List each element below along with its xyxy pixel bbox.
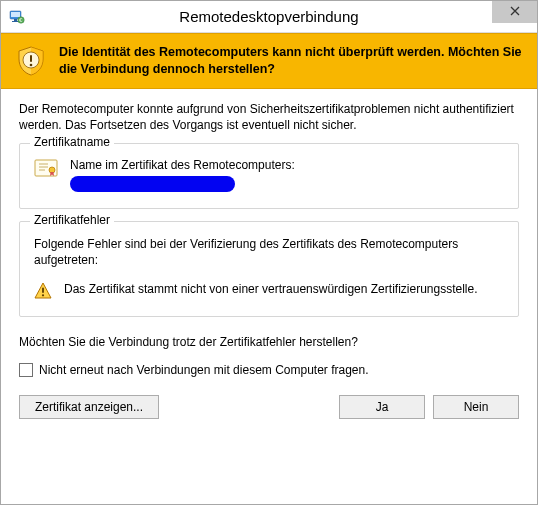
- no-label: Nein: [464, 400, 489, 414]
- connect-question: Möchten Sie die Verbindung trotz der Zer…: [19, 335, 519, 349]
- yes-button[interactable]: Ja: [339, 395, 425, 419]
- certificate-error-text: Das Zertifikat stammt nicht von einer ve…: [64, 281, 478, 297]
- certificate-name-label: Name im Zertifikat des Remotecomputers:: [70, 158, 504, 172]
- warning-triangle-icon: [34, 282, 52, 300]
- shield-warning-icon: [15, 45, 47, 77]
- window-title: Remotedesktopverbindung: [1, 8, 537, 25]
- svg-point-7: [30, 64, 33, 67]
- svg-rect-13: [42, 287, 44, 293]
- svg-rect-1: [11, 12, 20, 17]
- close-button[interactable]: [492, 1, 537, 23]
- view-certificate-button[interactable]: Zertifikat anzeigen...: [19, 395, 159, 419]
- yes-label: Ja: [376, 400, 389, 414]
- certificate-errors-group: Zertifikatfehler Folgende Fehler sind be…: [19, 221, 519, 316]
- warning-banner-text: Die Identität des Remotecomputers kann n…: [59, 44, 523, 78]
- button-row: Zertifikat anzeigen... Ja Nein: [19, 395, 519, 419]
- no-button[interactable]: Nein: [433, 395, 519, 419]
- svg-rect-2: [14, 19, 17, 21]
- certificate-name-legend: Zertifikatname: [30, 135, 114, 149]
- dialog-window: Remotedesktopverbindung Die Identität de…: [0, 0, 538, 505]
- certificate-errors-desc: Folgende Fehler sind bei der Verifizieru…: [34, 236, 504, 268]
- app-icon: [9, 9, 25, 25]
- dont-ask-checkbox[interactable]: [19, 363, 33, 377]
- svg-point-4: [18, 16, 24, 22]
- close-icon: [510, 5, 520, 19]
- dont-ask-row: Nicht erneut nach Verbindungen mit diese…: [19, 363, 519, 377]
- certificate-name-value-redacted: [70, 176, 235, 192]
- warning-banner: Die Identität des Remotecomputers kann n…: [1, 33, 537, 89]
- svg-point-14: [42, 294, 44, 296]
- dialog-body: Der Remotecomputer konnte aufgrund von S…: [1, 89, 537, 504]
- certificate-error-item: Das Zertifikat stammt nicht von einer ve…: [34, 281, 504, 300]
- certificate-icon: [34, 158, 58, 178]
- view-certificate-label: Zertifikat anzeigen...: [35, 400, 143, 414]
- svg-rect-6: [30, 55, 32, 62]
- dont-ask-label: Nicht erneut nach Verbindungen mit diese…: [39, 363, 369, 377]
- intro-text: Der Remotecomputer konnte aufgrund von S…: [19, 101, 519, 133]
- certificate-errors-legend: Zertifikatfehler: [30, 213, 114, 227]
- titlebar: Remotedesktopverbindung: [1, 1, 537, 33]
- certificate-name-group: Zertifikatname Name im Zertifikat des Re…: [19, 143, 519, 209]
